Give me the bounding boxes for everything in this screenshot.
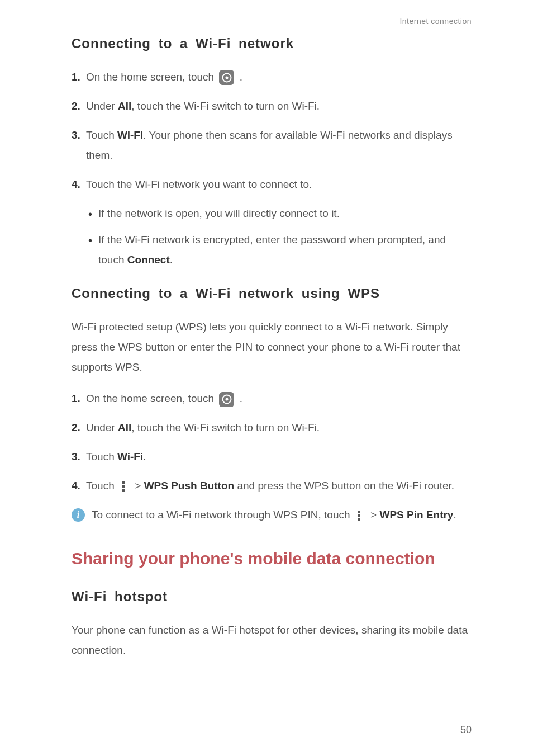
bullet-encrypted-network: If the Wi-Fi network is encrypted, enter… — [88, 230, 472, 270]
bold-text: Wi-Fi — [117, 129, 143, 141]
text: > — [370, 509, 379, 521]
text: On the home screen, touch — [86, 71, 217, 83]
text: Under — [86, 422, 118, 433]
settings-icon — [219, 392, 234, 407]
step-number: 3. — [72, 125, 85, 145]
heading-wifi-hotspot: Wi-Fi hotspot — [72, 589, 472, 604]
bold-text: All — [118, 100, 131, 112]
bullet-open-network: If the network is open, you will directl… — [88, 204, 472, 224]
step-3: 3. Touch Wi-Fi. Your phone then scans fo… — [72, 125, 472, 166]
page-content: Internet connection Connecting to a Wi-F… — [0, 0, 533, 660]
step-text: Under All, touch the Wi-Fi switch to tur… — [85, 418, 472, 438]
bold-text: Connect — [127, 254, 170, 266]
step-text: Touch Wi-Fi. Your phone then scans for a… — [85, 125, 472, 166]
step-text: On the home screen, touch . — [85, 67, 472, 87]
header-section-label: Internet connection — [72, 17, 472, 26]
text: , touch the Wi-Fi switch to turn on Wi-F… — [131, 100, 320, 112]
text: and press the WPS button on the Wi-Fi ro… — [234, 480, 454, 492]
text: . — [240, 393, 242, 404]
step-number: 3. — [72, 447, 85, 467]
step-number: 2. — [72, 418, 85, 438]
hotspot-intro: Your phone can function as a Wi-Fi hotsp… — [72, 620, 472, 660]
text: To connect to a Wi-Fi network through WP… — [92, 509, 353, 521]
info-icon: i — [72, 508, 85, 522]
info-note: i To connect to a Wi-Fi network through … — [72, 505, 472, 525]
wps-step-3: 3. Touch Wi-Fi. — [72, 447, 472, 467]
section-title-sharing: Sharing your phone's mobile data connect… — [72, 542, 472, 574]
wps-step-2: 2. Under All, touch the Wi-Fi switch to … — [72, 418, 472, 438]
step-2: 2. Under All, touch the Wi-Fi switch to … — [72, 96, 472, 116]
kebab-menu-icon — [121, 481, 126, 492]
step-4: 4. Touch the Wi-Fi network you want to c… — [72, 174, 472, 195]
bold-text: Wi-Fi — [117, 451, 143, 462]
text: . — [240, 71, 242, 83]
bold-text: WPS Pin Entry — [379, 509, 453, 521]
step-text: Touch > WPS Push Button and press the WP… — [85, 476, 472, 496]
bold-text: WPS Push Button — [144, 480, 234, 492]
step-number: 4. — [72, 476, 85, 496]
step-number: 4. — [72, 174, 85, 195]
step-number: 2. — [72, 96, 85, 116]
info-text: To connect to a Wi-Fi network through WP… — [85, 505, 472, 525]
heading-connecting-wps: Connecting to a Wi-Fi network using WPS — [72, 286, 472, 301]
text: , touch the Wi-Fi switch to turn on Wi-F… — [131, 422, 320, 433]
text: Touch — [86, 480, 117, 492]
kebab-menu-icon — [356, 511, 362, 521]
page-number: 50 — [460, 724, 472, 736]
settings-icon — [219, 70, 234, 85]
text: Touch — [86, 129, 117, 141]
step-1: 1. On the home screen, touch . — [72, 67, 472, 87]
text: Touch — [86, 451, 117, 462]
heading-connecting-wifi: Connecting to a Wi-Fi network — [72, 36, 472, 51]
text: . — [170, 254, 173, 266]
step-text: Under All, touch the Wi-Fi switch to tur… — [85, 96, 472, 116]
step-text: Touch Wi-Fi. — [85, 447, 472, 467]
text: . — [453, 509, 456, 521]
text: > — [135, 480, 144, 492]
step-number: 1. — [72, 389, 85, 409]
wps-step-4: 4. Touch > WPS Push Button and press the… — [72, 476, 472, 496]
text: Under — [86, 100, 118, 112]
wps-intro: Wi-Fi protected setup (WPS) lets you qui… — [72, 317, 472, 377]
bold-text: All — [118, 422, 131, 433]
wps-step-1: 1. On the home screen, touch . — [72, 389, 472, 409]
step-number: 1. — [72, 67, 85, 87]
step-text: Touch the Wi-Fi network you want to conn… — [85, 174, 472, 195]
step-text: On the home screen, touch . — [85, 389, 472, 409]
text: . — [143, 451, 146, 462]
text: On the home screen, touch — [86, 393, 217, 404]
